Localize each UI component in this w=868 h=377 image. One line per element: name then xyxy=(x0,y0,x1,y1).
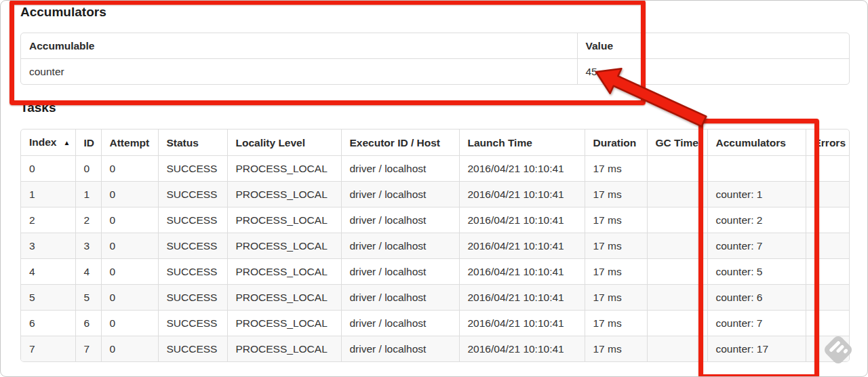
cell-attempt: 0 xyxy=(101,156,158,182)
cell-attempt: 0 xyxy=(101,182,158,207)
cell-attempt: 0 xyxy=(101,233,158,259)
cell-index: 0 xyxy=(21,156,75,182)
cell-locality-level: PROCESS_LOCAL xyxy=(227,311,341,336)
cell-status: SUCCESS xyxy=(158,233,227,259)
cell-executor-id-host: driver / localhost xyxy=(341,156,459,182)
cell-executor-id-host: driver / localhost xyxy=(341,336,459,362)
cell-accumulators: counter: 5 xyxy=(707,259,806,285)
cell-executor-id-host: driver / localhost xyxy=(341,233,459,259)
cell-gc-time xyxy=(647,259,707,285)
cell-status: SUCCESS xyxy=(158,285,227,311)
cell-errors xyxy=(806,285,849,311)
cell-id: 1 xyxy=(75,182,101,207)
task-row: 5 5 0 SUCCESS PROCESS_LOCAL driver / loc… xyxy=(21,285,849,311)
duration-column-header[interactable]: Duration xyxy=(585,130,647,156)
cell-duration: 17 ms xyxy=(585,156,647,182)
cell-errors xyxy=(806,182,849,207)
index-header-label: Index xyxy=(29,136,56,148)
task-row: 7 7 0 SUCCESS PROCESS_LOCAL driver / loc… xyxy=(21,336,849,362)
cell-id: 4 xyxy=(75,259,101,285)
cell-launch-time: 2016/04/21 10:10:41 xyxy=(459,156,585,182)
task-row: 1 1 0 SUCCESS PROCESS_LOCAL driver / loc… xyxy=(21,182,849,207)
cell-accumulators: counter: 2 xyxy=(707,207,806,233)
task-row: 0 0 0 SUCCESS PROCESS_LOCAL driver / loc… xyxy=(21,156,849,182)
cell-launch-time: 2016/04/21 10:10:41 xyxy=(459,207,585,233)
value-column-header: Value xyxy=(577,33,849,59)
accumulable-name-cell: counter xyxy=(21,59,577,85)
task-row: 2 2 0 SUCCESS PROCESS_LOCAL driver / loc… xyxy=(21,207,849,233)
gc-time-column-header[interactable]: GC Time xyxy=(647,130,707,156)
cell-errors xyxy=(806,156,849,182)
cell-executor-id-host: driver / localhost xyxy=(341,259,459,285)
id-column-header[interactable]: ID xyxy=(75,130,101,156)
locality-level-column-header[interactable]: Locality Level xyxy=(227,130,341,156)
cell-index: 1 xyxy=(21,182,75,207)
cell-duration: 17 ms xyxy=(585,182,647,207)
cell-id: 3 xyxy=(75,233,101,259)
cell-executor-id-host: driver / localhost xyxy=(341,182,459,207)
cell-accumulators: counter: 7 xyxy=(707,233,806,259)
cell-id: 7 xyxy=(75,336,101,362)
cell-attempt: 0 xyxy=(101,207,158,233)
cell-status: SUCCESS xyxy=(158,156,227,182)
accumulators-table: Accumulable Value counter 45 xyxy=(20,33,850,85)
cell-id: 2 xyxy=(75,207,101,233)
cell-accumulators: counter: 17 xyxy=(707,336,806,362)
launch-time-column-header[interactable]: Launch Time xyxy=(459,130,585,156)
accumulable-value-cell: 45 xyxy=(577,59,849,85)
executor-id-host-column-header[interactable]: Executor ID / Host xyxy=(341,130,459,156)
cell-status: SUCCESS xyxy=(158,207,227,233)
cell-status: SUCCESS xyxy=(158,259,227,285)
cell-duration: 17 ms xyxy=(585,311,647,336)
task-row: 4 4 0 SUCCESS PROCESS_LOCAL driver / loc… xyxy=(21,259,849,285)
task-row: 6 6 0 SUCCESS PROCESS_LOCAL driver / loc… xyxy=(21,311,849,336)
cell-locality-level: PROCESS_LOCAL xyxy=(227,182,341,207)
cell-launch-time: 2016/04/21 10:10:41 xyxy=(459,233,585,259)
errors-column-header[interactable]: Errors xyxy=(806,130,849,156)
tasks-table: Index▲ ID Attempt Status Locality Level … xyxy=(20,129,850,362)
cell-locality-level: PROCESS_LOCAL xyxy=(227,156,341,182)
cell-locality-level: PROCESS_LOCAL xyxy=(227,336,341,362)
cell-executor-id-host: driver / localhost xyxy=(341,311,459,336)
cell-id: 6 xyxy=(75,311,101,336)
accumulator-row: counter 45 xyxy=(21,59,849,85)
cell-gc-time xyxy=(647,156,707,182)
attempt-column-header[interactable]: Attempt xyxy=(101,130,158,156)
cell-duration: 17 ms xyxy=(585,233,647,259)
accumulable-column-header: Accumulable xyxy=(21,33,577,59)
cell-index: 6 xyxy=(21,311,75,336)
cell-status: SUCCESS xyxy=(158,336,227,362)
index-column-header[interactable]: Index▲ xyxy=(21,130,75,156)
tasks-header-row: Index▲ ID Attempt Status Locality Level … xyxy=(21,130,849,156)
cell-gc-time xyxy=(647,285,707,311)
cell-attempt: 0 xyxy=(101,311,158,336)
cell-errors xyxy=(806,311,849,336)
cell-id: 0 xyxy=(75,156,101,182)
cell-launch-time: 2016/04/21 10:10:41 xyxy=(459,285,585,311)
cell-index: 7 xyxy=(21,336,75,362)
cell-errors xyxy=(806,233,849,259)
cell-gc-time xyxy=(647,182,707,207)
cell-errors xyxy=(806,259,849,285)
tasks-section-title: Tasks xyxy=(20,100,56,115)
cell-duration: 17 ms xyxy=(585,259,647,285)
cell-locality-level: PROCESS_LOCAL xyxy=(227,207,341,233)
accumulators-section-title: Accumulators xyxy=(20,5,106,20)
accumulators-column-header[interactable]: Accumulators xyxy=(707,130,806,156)
cell-status: SUCCESS xyxy=(158,182,227,207)
status-column-header[interactable]: Status xyxy=(158,130,227,156)
cell-duration: 17 ms xyxy=(585,285,647,311)
cell-errors xyxy=(806,336,849,362)
cell-accumulators: counter: 1 xyxy=(707,182,806,207)
cell-attempt: 0 xyxy=(101,336,158,362)
sort-ascending-icon: ▲ xyxy=(63,139,70,146)
cell-launch-time: 2016/04/21 10:10:41 xyxy=(459,311,585,336)
cell-executor-id-host: driver / localhost xyxy=(341,285,459,311)
accumulators-header-row: Accumulable Value xyxy=(21,33,849,59)
cell-index: 2 xyxy=(21,207,75,233)
cell-executor-id-host: driver / localhost xyxy=(341,207,459,233)
cell-attempt: 0 xyxy=(101,259,158,285)
cell-accumulators xyxy=(707,156,806,182)
cell-accumulators: counter: 6 xyxy=(707,285,806,311)
cell-locality-level: PROCESS_LOCAL xyxy=(227,233,341,259)
